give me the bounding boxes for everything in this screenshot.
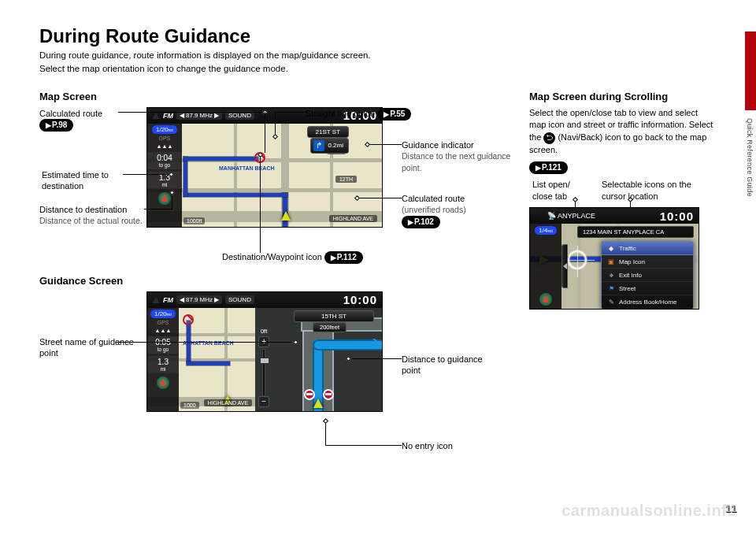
- ave-label-2: HIGHLAND AVE: [204, 399, 252, 406]
- next-street-pill: 21ST ST: [307, 126, 349, 138]
- traffic-diamond-icon: ◆: [607, 245, 615, 252]
- page-title: During Route Guidance: [39, 25, 717, 47]
- cursor-menu[interactable]: ◆Traffic ▣Map Icon ⎆Exit Info ⚑Street ✎A…: [601, 241, 694, 310]
- status-clock-2: 10:00: [343, 293, 377, 306]
- exit-info-icon: ⎆: [607, 272, 615, 279]
- guidance-sidebar: 1/20mi GPS ▲▲▲ 0:05to go 1.3mi: [147, 308, 179, 411]
- freq-value: 87.9: [186, 112, 198, 119]
- pref-p98: ▶P.98: [39, 119, 73, 132]
- car-icon: [281, 211, 291, 221]
- freq-button-2[interactable]: ◀ 87.9 MHz ▶: [176, 295, 222, 304]
- callout-selectable: Selectable icons on the cursor location: [602, 179, 712, 202]
- zoom-column[interactable]: 0ft + −: [258, 328, 270, 409]
- side-tab-text: Quick Reference Guide: [743, 118, 754, 276]
- callout-street-name: Street name of guidance point: [39, 336, 134, 360]
- feet-pill: 200feet: [313, 322, 346, 332]
- compass-icon-2[interactable]: [157, 376, 169, 389]
- callout-calc-unv: Calculated route (unverified roads) ▶P.1…: [402, 193, 520, 229]
- list-open-tab[interactable]: [561, 244, 568, 288]
- callout-straight-line: Straight line guide ▶P.55: [306, 108, 411, 121]
- scale-pill: 1000ft: [183, 217, 205, 224]
- side-tab-marker: [745, 32, 756, 110]
- map-icon-icon: ▣: [607, 258, 615, 265]
- pref-p112: ▶P.112: [324, 251, 363, 264]
- menu-exit-info[interactable]: ⎆Exit Info: [602, 269, 693, 282]
- zoom-out-button[interactable]: −: [258, 396, 269, 407]
- freq-button[interactable]: ◀ 87.9 MHz ▶: [176, 111, 222, 120]
- callout-dist-dest: Distance to destination Distance of the …: [39, 204, 150, 228]
- compass-icon[interactable]: [158, 192, 171, 205]
- scroll-screenshot: 📡 ANYPLACE 10:00 1/4mi: [529, 207, 699, 310]
- pref-p55: ▶P.55: [377, 108, 411, 121]
- menu-street[interactable]: ⚑Street: [602, 282, 693, 295]
- guidance-screenshot: FM ◀ 87.9 MHz ▶ SOUND 10:00: [146, 291, 383, 412]
- left-column: Map Screen FM ◀ 87.9 MHz ▶ SOUND 10:00: [39, 91, 512, 412]
- map-sidebar: 1/20mi GPS ▲▲▲ 0:04 to go 1.3 mi: [147, 124, 182, 227]
- watermark: carmanualsonline.info: [561, 502, 737, 520]
- callout-guidance-ind: Guidance indicator Distance to the next …: [402, 139, 520, 175]
- beach-label-2: ANHATTAN BEACH: [179, 339, 238, 347]
- page-number: 11 11: [726, 503, 737, 515]
- pref-p102: ▶P.102: [402, 216, 440, 228]
- addr-book-icon: ✎: [607, 299, 615, 306]
- pref-p121: ▶P.121: [529, 161, 568, 174]
- sound-icon-2: [152, 297, 160, 303]
- freq-unit: MHz: [200, 112, 213, 119]
- sound-button-2[interactable]: SOUND: [225, 295, 254, 304]
- callout-dist-to: Distance to guidance point: [402, 354, 496, 377]
- guidance-pill: ↱ 0.2mi: [310, 138, 349, 154]
- guidance-screen-heading: Guidance Screen: [39, 275, 512, 287]
- scroll-heading: Map Screen during Scrolling: [529, 91, 717, 102]
- map-screen-heading: Map Screen: [39, 91, 512, 102]
- cursor-ring: [568, 250, 587, 269]
- compass-icon-3[interactable]: [539, 293, 552, 306]
- no-entry-icon-2: [323, 389, 334, 400]
- turn-arrow-icon: ↱: [313, 140, 324, 151]
- intro-line-2: Select the map orientation icon to chang…: [39, 62, 717, 76]
- gps-label: GPS: [147, 135, 182, 143]
- scroll-sidebar: 1/4mi: [530, 224, 561, 309]
- range-pill-2[interactable]: 1/20mi: [150, 310, 176, 318]
- callout-list-tab: List open/ close tab: [532, 179, 587, 202]
- right-column: Map Screen during Scrolling Select the o…: [529, 91, 717, 412]
- callout-dest-icon: Destination/Waypoint icon ▶P.112: [222, 251, 363, 264]
- scale-pill-2: 1000: [180, 402, 199, 409]
- status-clock-3: 10:00: [660, 210, 694, 223]
- next-dist: 0.2mi: [328, 142, 343, 149]
- fm-label-2: FM: [163, 296, 173, 304]
- callout-no-entry: No entry icon: [402, 440, 496, 452]
- st-12th-label: 12TH: [335, 176, 357, 183]
- status-bar-2: FM ◀ 87.9 MHz ▶ SOUND 10:00: [147, 292, 382, 308]
- street-flag-icon: ⚑: [607, 285, 615, 292]
- address-bar: 1234 MAIN ST ANYPLACE CA: [577, 226, 694, 238]
- range-pill[interactable]: 1/20mi: [152, 125, 177, 134]
- eta-cell: 0:04 to go: [147, 152, 182, 169]
- sound-button[interactable]: SOUND: [225, 111, 254, 120]
- ave-label: HIGHLAND AVE: [329, 215, 377, 222]
- destination-icon-2: [183, 314, 194, 325]
- menu-map-icon[interactable]: ▣Map Icon: [602, 255, 693, 269]
- scroll-desc: Select the open/close tab to view and se…: [529, 107, 717, 158]
- anyplace-top: 📡 ANYPLACE: [547, 212, 595, 220]
- car-icon-3: [313, 399, 323, 408]
- navi-back-icon: ⮌: [543, 132, 555, 144]
- fm-label: FM: [163, 112, 173, 120]
- status-bar-3: 📡 ANYPLACE 10:00: [530, 208, 699, 224]
- range-pill-3[interactable]: 1/4mi: [535, 226, 556, 235]
- sound-icon: [152, 113, 160, 119]
- menu-traffic[interactable]: ◆Traffic: [602, 242, 693, 255]
- street-pill-2: 15TH ST: [294, 310, 374, 322]
- beach-label: MANHATTAN BEACH: [215, 165, 279, 172]
- callout-est-time: Estimated time to destination: [42, 169, 136, 193]
- intro-line-1: During route guidance, route information…: [39, 49, 717, 62]
- menu-addr-book[interactable]: ✎Address Book/Home: [602, 295, 693, 309]
